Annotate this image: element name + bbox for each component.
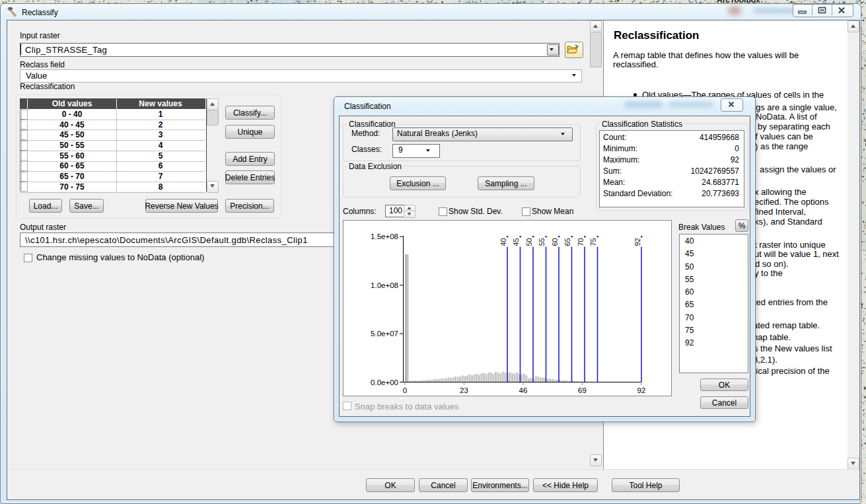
svg-text:69: 69	[578, 386, 587, 394]
svg-text:70: 70	[577, 238, 585, 246]
svg-text:92: 92	[633, 238, 641, 246]
svg-text:65: 65	[563, 238, 571, 246]
svg-text:45: 45	[512, 238, 520, 246]
svg-text:1.0e+08: 1.0e+08	[371, 281, 398, 289]
svg-text:1.5e+08: 1.5e+08	[371, 233, 398, 240]
svg-text:75: 75	[589, 238, 597, 246]
svg-text:50: 50	[525, 238, 533, 246]
svg-text:40: 40	[499, 238, 507, 246]
svg-text:92: 92	[637, 386, 646, 394]
svg-text:0: 0	[403, 386, 407, 394]
svg-text:0.0e+00: 0.0e+00	[371, 378, 398, 386]
svg-text:23: 23	[460, 386, 468, 394]
svg-text:5.0e+07: 5.0e+07	[371, 330, 398, 338]
svg-text:60: 60	[551, 238, 559, 246]
svg-text:46: 46	[519, 386, 528, 394]
svg-text:55: 55	[538, 238, 546, 246]
